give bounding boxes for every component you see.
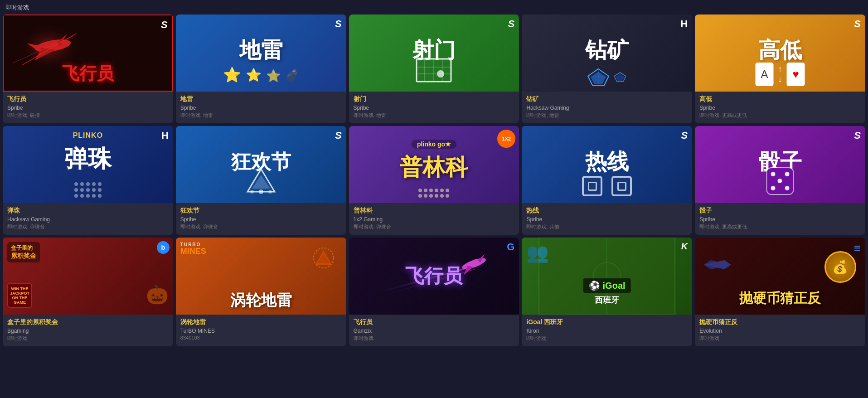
game-card-hotline[interactable]: 热线 S 热线 Spribe 即时游戏, 其他 (522, 126, 692, 235)
game-thumbnail: TURBO MINES 涡轮地雷 (176, 238, 346, 315)
game-info: iGoal 西班牙 Kiron 即时游戏 (522, 315, 692, 346)
provider-badge: b (157, 241, 170, 254)
game-name: 狂欢节 (180, 207, 342, 215)
game-thumbnail: 飞行员 S (3, 15, 173, 92)
game-thumbnail: 热线 S (522, 126, 692, 203)
game-thumbnail: 高低 A ↑ ↓ ♥ S (695, 15, 865, 92)
game-provider: Spribe (526, 216, 688, 223)
game-tags: 即时游戏 (7, 335, 169, 342)
game-tags: 即时游戏, 弹珠台 (354, 223, 515, 230)
game-provider: Kiron (526, 328, 688, 334)
game-card-aviator2[interactable]: 飞行员 G 飞行员 Gamzix 即时游戏 (349, 238, 519, 346)
game-card-flipcoin[interactable]: 抛硬币猜正反 💰 ≡ 抛硬币猜正反 Evolution 即时游戏 (695, 238, 865, 346)
game-thumbnail: PLINKO 弹珠 H (3, 126, 173, 203)
game-card-carnival[interactable]: 狂欢节 S 狂欢节 Spribe 即时游戏, 弹珠台 (176, 126, 346, 235)
svg-point-27 (778, 179, 782, 183)
game-info: 钻矿 Hacksaw Gaming 即时游戏, 地雷 (522, 92, 692, 123)
game-card-football[interactable]: 射门 S 射门 Spribe 即时游戏, 地雷 (349, 15, 519, 123)
game-thumbnail: 射门 S (349, 15, 519, 92)
svg-point-13 (437, 70, 444, 78)
game-provider: Gamzix (354, 328, 515, 334)
provider-badge: ≡ (854, 241, 861, 255)
game-provider: Spribe (354, 105, 515, 111)
games-grid: 飞行员 S 飞行员 Spribe 即时游戏, 碰撞 地雷 ⭐ ⭐ ⭐ 💣 S (0, 15, 868, 349)
game-card-diamond[interactable]: 钻矿 H 钻矿 Hacksaw Gaming (522, 15, 692, 123)
svg-marker-44 (704, 260, 731, 269)
svg-marker-21 (252, 175, 270, 189)
game-thumbnail: 钻矿 H (522, 15, 692, 92)
game-thumbnail: 抛硬币猜正反 💰 ≡ (695, 238, 865, 315)
game-card-boxgame[interactable]: 盒子里的 累积奖金 WIN THE JACKPOT ON THE GAME 🎃 … (3, 238, 173, 346)
game-card-turbomines[interactable]: TURBO MINES 涡轮地雷 涡轮地雷 TurBO MINES 834010… (176, 238, 346, 346)
game-info: 弹珠 Hacksaw Gaming 即时游戏, 弹珠台 (3, 203, 173, 235)
svg-point-30 (785, 172, 790, 176)
game-name: 骰子 (699, 207, 861, 215)
svg-point-24 (268, 190, 272, 194)
game-name: 热线 (526, 207, 688, 215)
svg-marker-19 (616, 74, 625, 81)
svg-point-36 (461, 256, 487, 272)
game-info: 盒子里的累积奖金 Bgaming 即时游戏 (3, 315, 173, 346)
game-card-dice[interactable]: 骰子 S 骰子 Spribe 即时游戏, 更高或更低 (695, 126, 865, 235)
game-info: 地雷 Spribe 即时游戏, 地雷 (176, 92, 346, 123)
game-name: iGoal 西班牙 (526, 318, 688, 326)
game-name: 涡轮地雷 (180, 318, 342, 326)
game-card-plinko2[interactable]: 1X2 plinko go★ 普林科 普林科 1x2 Gaming 即时游戏, … (349, 126, 519, 235)
game-tags: 即时游戏, 更高或更低 (699, 112, 861, 119)
svg-point-29 (771, 186, 776, 190)
game-card-aviator[interactable]: 飞行员 S 飞行员 Spribe 即时游戏, 碰撞 (3, 15, 173, 123)
page-title: 即时游戏 (5, 4, 29, 11)
game-provider: Evolution (699, 328, 861, 334)
game-tags: 即时游戏 (526, 335, 688, 342)
game-card-igoal[interactable]: ⚽ iGoal 西班牙 👥 K iGoal 西班牙 Kiron 即时游戏 (522, 238, 692, 346)
game-tags: 即时游戏 (354, 335, 515, 342)
game-tags: 8340103 (180, 335, 342, 340)
game-info: 飞行员 Gamzix 即时游戏 (349, 315, 519, 346)
game-card-mines[interactable]: 地雷 ⭐ ⭐ ⭐ 💣 S 地雷 Spribe 即时游戏, 地雷 (176, 15, 346, 123)
game-provider: Spribe (180, 216, 342, 223)
provider-badge: S (508, 18, 515, 30)
svg-point-22 (259, 189, 263, 194)
game-tags: 即时游戏, 碰撞 (7, 112, 169, 119)
game-info: 骰子 Spribe 即时游戏, 更高或更低 (695, 203, 865, 235)
game-card-hilo[interactable]: 高低 A ↑ ↓ ♥ S 高低 Spribe 即时游戏 (695, 15, 865, 123)
game-provider: Spribe (699, 216, 861, 223)
provider-badge: G (507, 241, 514, 253)
game-provider: Hacksaw Gaming (7, 216, 169, 223)
game-provider: Spribe (180, 105, 342, 111)
game-name: 普林科 (354, 207, 515, 215)
provider-badge: S (681, 130, 688, 141)
provider-badge: K (681, 241, 688, 252)
page-header: 即时游戏 (0, 0, 868, 15)
game-info: 普林科 1x2 Gaming 即时游戏, 弹珠台 (349, 203, 519, 235)
game-tags: 即时游戏 (699, 335, 861, 342)
game-card-plinko[interactable]: PLINKO 弹珠 H 弹珠 Hacksaw Gaming 即时游戏, 弹珠台 (3, 126, 173, 235)
game-name: 地雷 (180, 95, 342, 103)
game-info: 飞行员 Spribe 即时游戏, 碰撞 (3, 92, 173, 123)
game-tags: 即时游戏, 其他 (526, 223, 688, 230)
game-name: 抛硬币猜正反 (699, 318, 861, 326)
game-tags: 即时游戏, 更高或更低 (699, 223, 861, 230)
game-thumbnail: 飞行员 G (349, 238, 519, 315)
game-name: 高低 (699, 95, 861, 103)
provider-badge: S (161, 19, 168, 31)
provider-badge: H (161, 130, 169, 141)
game-thumbnail: 1X2 plinko go★ 普林科 (349, 126, 519, 203)
game-info: 狂欢节 Spribe 即时游戏, 弹珠台 (176, 203, 346, 235)
game-info: 射门 Spribe 即时游戏, 地雷 (349, 92, 519, 123)
game-provider: Bgaming (7, 328, 169, 334)
game-provider: Spribe (699, 105, 861, 111)
game-provider: 1x2 Gaming (354, 216, 515, 223)
provider-badge: S (854, 130, 861, 141)
provider-badge: S (335, 18, 342, 30)
game-info: 热线 Spribe 即时游戏, 其他 (522, 203, 692, 235)
game-name: 飞行员 (354, 318, 515, 326)
game-info: 抛硬币猜正反 Evolution 即时游戏 (695, 315, 865, 346)
game-name: 钻矿 (526, 95, 688, 103)
game-thumbnail: 骰子 S (695, 126, 865, 203)
svg-point-28 (785, 186, 790, 190)
game-info: 高低 Spribe 即时游戏, 更高或更低 (695, 92, 865, 123)
game-thumbnail: 盒子里的 累积奖金 WIN THE JACKPOT ON THE GAME 🎃 … (3, 238, 173, 315)
game-tags: 即时游戏, 弹珠台 (7, 223, 169, 230)
game-provider: Spribe (7, 105, 169, 111)
